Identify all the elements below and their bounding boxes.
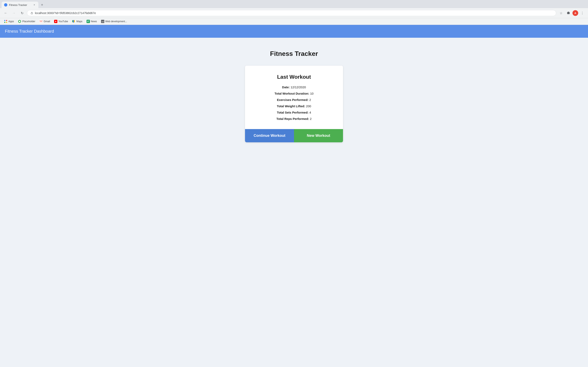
bookmark-youtube[interactable]: YouTube: [52, 19, 70, 24]
bookmark-youtube-label: YouTube: [58, 20, 68, 23]
extensions-button[interactable]: [565, 10, 572, 16]
stat-reps: Total Reps Performed: 2: [253, 117, 335, 121]
bookmark-news[interactable]: News: [85, 19, 99, 24]
stat-date-value: 12/12/2020: [291, 85, 306, 89]
stat-date: Date: 12/12/2020: [253, 85, 335, 89]
stat-duration: Total Workout Duration: 10: [253, 91, 335, 96]
card-actions: Continue Workout New Workout: [245, 129, 343, 142]
svg-point-6: [19, 21, 20, 22]
address-bar[interactable]: localhost:3000/?id=5fd53862cb2c27147fa9d…: [27, 10, 556, 16]
bookmark-button[interactable]: ☆: [558, 10, 564, 16]
stat-date-label: Date:: [282, 85, 290, 89]
svg-rect-1: [4, 20, 5, 21]
stat-sets: Total Sets Performed: 4: [253, 110, 335, 115]
svg-rect-3: [4, 22, 5, 23]
bookmark-apps[interactable]: Apps: [2, 19, 16, 24]
gmail-icon: [39, 20, 43, 23]
card-title: Last Workout: [253, 74, 335, 80]
stat-sets-value: 4: [309, 111, 311, 114]
bookmark-apps-label: Apps: [8, 20, 14, 23]
active-tab[interactable]: Fitness Tracker ×: [2, 2, 38, 8]
new-tab-button[interactable]: +: [39, 2, 45, 8]
puzzle-icon: [567, 11, 570, 15]
menu-button[interactable]: ⋮: [579, 10, 586, 16]
forward-button[interactable]: →: [11, 10, 17, 16]
tab-bar: Fitness Tracker × +: [0, 0, 588, 8]
back-button[interactable]: ←: [2, 10, 9, 16]
bookmarks-bar: Apps Placeholder Gmail YouTube: [0, 18, 588, 25]
stat-reps-label: Total Reps Performed:: [277, 117, 309, 120]
stat-reps-value: 2: [310, 117, 311, 120]
browser-chrome: Fitness Tracker × + ← → ↻ localhost:3000…: [0, 0, 588, 25]
bookmark-placeholder[interactable]: Placeholder: [16, 19, 37, 24]
maps-icon: [72, 20, 75, 23]
bookmark-webdev-label: Web development...: [105, 20, 127, 23]
bookmark-placeholder-label: Placeholder: [22, 20, 35, 23]
stat-sets-label: Total Sets Performed:: [277, 111, 309, 114]
app-header-title: Fitness Tracker Dashboard: [5, 29, 54, 33]
svg-rect-0: [31, 13, 33, 14]
apps-icon: [4, 20, 7, 23]
stat-weight-value: 200: [306, 104, 311, 108]
new-workout-button[interactable]: New Workout: [294, 129, 343, 142]
tab-close-button[interactable]: ×: [33, 3, 36, 7]
bookmark-maps-label: Maps: [76, 20, 82, 23]
svg-rect-4: [6, 22, 7, 23]
url-text: localhost:3000/?id=5fd53862cb2c27147fa9d…: [35, 11, 553, 15]
main-content: Fitness Tracker Last Workout Date: 12/12…: [0, 38, 588, 367]
news-icon: [86, 20, 90, 23]
profile-button[interactable]: A: [572, 10, 578, 16]
svg-text:w3: w3: [102, 21, 104, 23]
stat-duration-value: 10: [310, 92, 314, 95]
youtube-icon: [54, 20, 57, 23]
webdev-icon: w3: [101, 20, 104, 23]
lock-icon: [30, 12, 33, 15]
tab-title: Fitness Tracker: [9, 3, 31, 7]
placeholder-icon: [18, 20, 21, 23]
bookmark-news-label: News: [91, 20, 97, 23]
svg-rect-12: [87, 21, 89, 22]
stat-exercises: Exercises Performed: 2: [253, 98, 335, 102]
tab-favicon: [4, 3, 7, 7]
bookmark-webdev[interactable]: w3 Web development...: [99, 19, 129, 24]
browser-toolbar: ← → ↻ localhost:3000/?id=5fd53862cb2c271…: [0, 8, 588, 18]
workout-card: Last Workout Date: 12/12/2020 Total Work…: [245, 66, 343, 142]
svg-rect-13: [87, 22, 89, 22]
bookmark-gmail-label: Gmail: [44, 20, 50, 23]
stat-exercises-label: Exercises Performed:: [277, 98, 309, 101]
app-header: Fitness Tracker Dashboard: [0, 25, 588, 38]
continue-workout-button[interactable]: Continue Workout: [245, 129, 294, 142]
stat-exercises-value: 2: [309, 98, 311, 101]
bookmark-gmail[interactable]: Gmail: [38, 19, 52, 24]
stat-duration-label: Total Workout Duration:: [274, 92, 309, 95]
stat-weight-label: Total Weight Lifted:: [277, 104, 305, 108]
toolbar-actions: ☆ A ⋮: [558, 10, 586, 16]
reload-button[interactable]: ↻: [19, 10, 25, 16]
stat-weight: Total Weight Lifted: 200: [253, 104, 335, 108]
card-body: Last Workout Date: 12/12/2020 Total Work…: [245, 66, 343, 129]
page-title: Fitness Tracker: [270, 50, 318, 58]
svg-rect-11: [87, 21, 89, 21]
svg-rect-2: [6, 20, 7, 21]
bookmark-maps[interactable]: Maps: [70, 19, 84, 24]
